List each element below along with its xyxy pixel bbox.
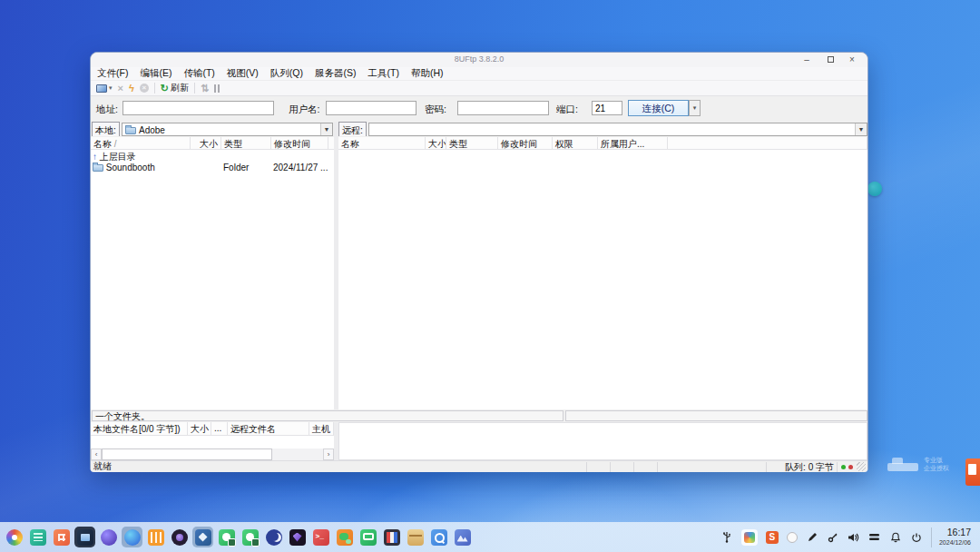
notes-app-icon[interactable] — [30, 529, 46, 546]
file-manager-icon[interactable] — [77, 529, 93, 546]
start-icon[interactable] — [6, 529, 23, 546]
quick-connect-icon[interactable]: ϟ — [129, 82, 134, 95]
local-col-name[interactable]: 名称 / — [91, 137, 191, 150]
floating-widget-icon[interactable] — [965, 458, 980, 486]
usb-icon[interactable] — [720, 531, 733, 544]
volume-icon[interactable] — [848, 531, 860, 544]
key-icon[interactable] — [827, 531, 839, 544]
moon-app-icon[interactable] — [266, 529, 282, 546]
queue-col-dots[interactable]: ... — [211, 422, 228, 436]
disconnect-button[interactable]: × — [118, 82, 123, 95]
address-label: 地址: — [96, 104, 118, 116]
remote-tab[interactable]: 远程: — [338, 122, 367, 136]
local-col-type[interactable]: 类型 — [221, 137, 271, 150]
taskbar-icons — [0, 527, 473, 547]
close-button[interactable]: × — [842, 53, 862, 66]
dark-circle-app-icon[interactable] — [172, 529, 188, 546]
local-path-combobox[interactable]: Adobe ▼ — [122, 123, 333, 136]
remote-col-modified[interactable]: 修改时间 — [498, 137, 553, 150]
connect-button[interactable]: 连接(C) — [628, 100, 689, 116]
menu-view[interactable]: 视图(V) — [227, 67, 259, 80]
connect-dropdown-arrow[interactable]: ▾ — [689, 100, 701, 116]
port-label: 端口: — [556, 104, 578, 116]
scroll-right-icon[interactable]: › — [323, 448, 334, 460]
sogou-icon[interactable]: S — [766, 531, 779, 544]
orange-stripes-app-icon[interactable] — [148, 529, 164, 546]
winrar-icon[interactable] — [384, 529, 400, 546]
desktop-watermark: 专业版 企业授权 — [887, 456, 949, 472]
queue-list[interactable] — [91, 436, 334, 448]
teal-indicator-dot[interactable] — [867, 182, 882, 196]
local-col-modified[interactable]: 修改时间 — [271, 137, 328, 150]
taskbar-clock[interactable]: 16:17 2024/12/06 — [931, 527, 971, 547]
photos-app-icon[interactable] — [455, 529, 471, 546]
remote-file-list[interactable] — [338, 150, 867, 409]
queue-col-size[interactable]: 大小 — [188, 422, 211, 436]
remote-col-perms[interactable]: 权限 — [553, 137, 598, 150]
sort-indicator: / — [114, 139, 117, 149]
remote-path-dropdown-icon[interactable]: ▼ — [855, 123, 867, 135]
menu-tools[interactable]: 工具(T) — [368, 67, 399, 80]
transfer-button[interactable]: ⇅ — [201, 82, 209, 95]
pause-button[interactable] — [214, 82, 220, 95]
titlebar[interactable]: 8UFtp 3.8.2.0 – × — [91, 53, 867, 67]
archive-box-icon[interactable] — [407, 529, 424, 546]
connect-toolbar-button[interactable]: ▾ — [96, 82, 113, 95]
path-row: 本地: Adobe ▼ 远程: ▼ — [91, 122, 867, 137]
resize-grip[interactable] — [857, 462, 866, 471]
wechat-icon[interactable] — [337, 529, 353, 546]
pen-icon[interactable] — [806, 531, 818, 544]
remote-path-combobox[interactable]: ▼ — [368, 123, 867, 136]
qq-music-icon[interactable] — [242, 529, 259, 546]
remote-col-type[interactable]: 类型 — [446, 137, 498, 150]
gem-app-icon[interactable] — [289, 529, 306, 546]
qq-icon[interactable] — [219, 529, 235, 546]
local-file-list[interactable]: ↑ 上层目录 Soundbooth Folder 2024/11/27 ... — [91, 150, 334, 409]
remote-col-size[interactable]: 大小 — [426, 137, 446, 150]
network-icon[interactable] — [868, 531, 881, 544]
maximize-button[interactable] — [820, 53, 840, 66]
browser-icon[interactable] — [124, 529, 141, 546]
local-col-size[interactable]: 大小 — [191, 137, 221, 150]
menu-help[interactable]: 帮助(H) — [411, 67, 444, 80]
remote-col-name[interactable]: 名称 — [338, 137, 426, 150]
screen-share-icon[interactable] — [360, 529, 377, 546]
notifications-bell-icon[interactable] — [889, 531, 902, 544]
password-label: 密码: — [425, 104, 446, 116]
purple-app-icon[interactable] — [101, 529, 117, 546]
remote-col-owner[interactable]: 所属用户... — [598, 137, 668, 150]
horizontal-scrollbar[interactable]: ‹ › — [91, 448, 334, 460]
remote-col-filler — [668, 137, 867, 150]
menu-transfer[interactable]: 传输(T) — [183, 67, 214, 80]
scroll-left-icon[interactable]: ‹ — [91, 448, 102, 460]
terminal-icon[interactable] — [313, 529, 329, 546]
queue-col-localname[interactable]: 本地文件名[0/0 字节]) — [91, 422, 188, 436]
input-method-icon[interactable] — [741, 529, 758, 546]
power-icon[interactable] — [910, 531, 923, 544]
port-input[interactable] — [592, 101, 622, 115]
code-app-icon[interactable] — [195, 529, 211, 546]
menu-file[interactable]: 文件(F) — [97, 67, 128, 80]
toolbar: ▾ × ϟ × ↻ 刷新 ⇅ — [91, 81, 867, 96]
refresh-button[interactable]: ↻ 刷新 — [161, 82, 189, 95]
scrollbar-thumb[interactable] — [102, 448, 272, 460]
queue-col-host[interactable]: 主机 — [309, 422, 334, 436]
remote-status-text — [565, 410, 867, 421]
menu-queue[interactable]: 队列(Q) — [270, 67, 303, 80]
circle-app-icon[interactable] — [787, 532, 798, 543]
minimize-button[interactable]: – — [797, 53, 817, 66]
address-input[interactable] — [122, 101, 274, 115]
password-input[interactable] — [457, 101, 549, 115]
menu-server[interactable]: 服务器(S) — [315, 67, 357, 80]
app-store-icon[interactable] — [54, 529, 70, 546]
local-path-dropdown-icon[interactable]: ▼ — [320, 123, 332, 135]
stop-button[interactable]: × — [140, 82, 149, 95]
local-tab[interactable]: 本地: — [92, 122, 120, 136]
queue-col-remotename[interactable]: 远程文件名 — [228, 422, 309, 436]
menu-edit[interactable]: 编辑(E) — [140, 67, 172, 80]
list-item[interactable]: Soundbooth Folder 2024/11/27 ... — [91, 163, 334, 174]
list-item[interactable]: ↑ 上层目录 — [91, 151, 334, 163]
queue-right-pane[interactable] — [338, 422, 867, 460]
search-tool-icon[interactable] — [431, 529, 447, 546]
username-input[interactable] — [326, 101, 416, 115]
